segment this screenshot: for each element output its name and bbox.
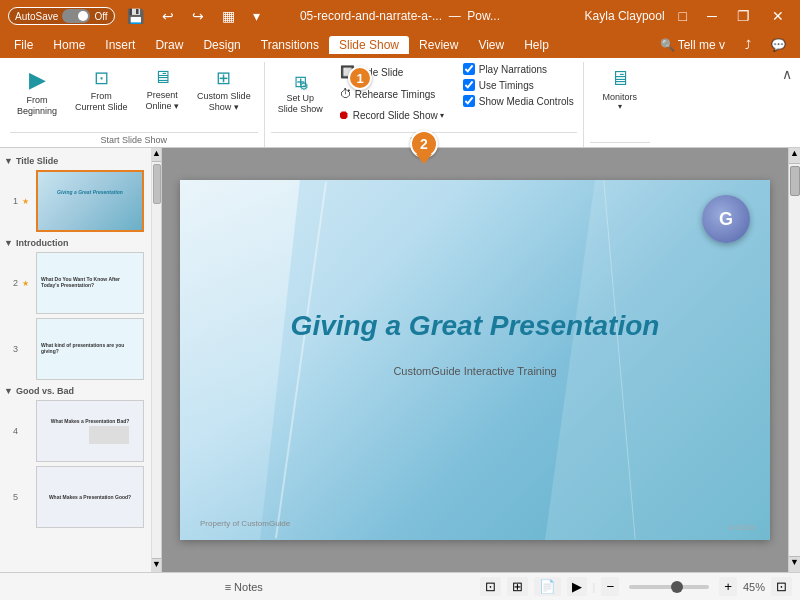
custom-slide-show-button[interactable]: ⊞ Custom SlideShow ▾ xyxy=(190,62,258,118)
panel-scrollbar[interactable]: ▲ ▼ xyxy=(151,148,161,572)
zoom-thumb xyxy=(671,581,683,593)
menu-view[interactable]: View xyxy=(468,36,514,54)
menu-bar: File Home Insert Draw Design Transitions… xyxy=(0,32,800,58)
use-timings-checkbox[interactable]: Use Timings xyxy=(460,78,577,92)
notes-label: Notes xyxy=(234,581,263,593)
present-online-button[interactable]: 🖥 PresentOnline ▾ xyxy=(139,62,187,117)
slide-thumbnail-4[interactable]: What Makes a Presentation Bad? xyxy=(36,400,144,462)
panel-scroll-thumb[interactable] xyxy=(153,164,161,204)
fit-slide-button[interactable]: ⊡ xyxy=(771,577,792,596)
section-label-2: Introduction xyxy=(16,238,69,248)
slide-item-4[interactable]: 4 ★ What Makes a Presentation Bad? xyxy=(2,398,149,464)
share-button[interactable]: ⤴ xyxy=(735,36,761,54)
show-media-controls-input[interactable] xyxy=(463,95,475,107)
menu-slideshow[interactable]: Slide Show xyxy=(329,36,409,54)
callout-2: 2 xyxy=(410,130,438,158)
setup-slide-show-label: Set UpSlide Show xyxy=(278,93,323,115)
redo-button[interactable]: ↪ xyxy=(186,6,210,26)
panel-scroll-down[interactable]: ▼ xyxy=(152,558,161,572)
show-media-controls-checkbox[interactable]: Show Media Controls xyxy=(460,94,577,108)
menu-search[interactable]: 🔍 Tell me v xyxy=(650,36,735,54)
slide-item-3[interactable]: 3 ★ What kind of presentations are you g… xyxy=(2,316,149,382)
monitors-arrow: ▾ xyxy=(618,102,622,111)
comments-button[interactable]: 💬 xyxy=(761,36,796,54)
star-icon-3: ★ xyxy=(22,345,32,354)
from-beginning-label: FromBeginning xyxy=(17,95,57,117)
scroll-down-button[interactable]: ▼ xyxy=(789,556,800,572)
present-online-label: PresentOnline ▾ xyxy=(146,90,180,112)
record-slide-show-button[interactable]: ⏺ Record Slide Show ▾ xyxy=(334,106,448,124)
close-button[interactable]: ✕ xyxy=(764,6,792,26)
play-narrations-label: Play Narrations xyxy=(479,64,547,75)
minimize-button[interactable]: ─ xyxy=(701,6,723,26)
play-icon: ▶ xyxy=(29,67,46,93)
main-scrollbar[interactable]: ▲ ▼ xyxy=(788,148,800,572)
play-from-icon: ⊡ xyxy=(94,67,109,89)
record-dropdown-arrow: ▾ xyxy=(440,111,444,120)
notes-button[interactable]: ≡ Notes xyxy=(219,579,269,595)
app-name: Pow... xyxy=(467,9,500,23)
autosave-toggle[interactable] xyxy=(62,9,90,23)
reading-view-button[interactable]: 📄 xyxy=(534,577,561,596)
slide-thumbnail-3[interactable]: What kind of presentations are you givin… xyxy=(36,318,144,380)
menu-file[interactable]: File xyxy=(4,36,43,54)
section-collapse-arrow-2: ▼ xyxy=(4,238,13,248)
zoom-out-button[interactable]: − xyxy=(601,577,619,596)
zoom-in-button[interactable]: + xyxy=(719,577,737,596)
use-timings-input[interactable] xyxy=(463,79,475,91)
menu-draw[interactable]: Draw xyxy=(145,36,193,54)
slide-item-5[interactable]: 5 ★ What Makes a Presentation Good? xyxy=(2,464,149,530)
customize-button[interactable]: ▾ xyxy=(247,6,266,26)
menu-insert[interactable]: Insert xyxy=(95,36,145,54)
section-good-vs-bad[interactable]: ▼ Good vs. Bad xyxy=(2,382,149,398)
ribbon-display-button[interactable]: □ xyxy=(673,6,693,26)
slide-thumbnail-5[interactable]: What Makes a Presentation Good? xyxy=(36,466,144,528)
slide-panel: ▼ Title Slide 1 ★ Giving a Great Present… xyxy=(0,148,162,572)
rehearse-timings-button[interactable]: ⏱ Rehearse Timings xyxy=(334,84,448,104)
section-title-slide[interactable]: ▼ Title Slide xyxy=(2,152,149,168)
slide-item-2[interactable]: 2 ★ What Do You Want To Know After Today… xyxy=(2,250,149,316)
ribbon: ▶ FromBeginning ⊡ FromCurrent Slide 🖥 Pr… xyxy=(0,58,800,148)
star-icon-2: ★ xyxy=(22,279,32,288)
monitors-button[interactable]: 🖥 Monitors ▾ xyxy=(590,62,650,116)
menu-help[interactable]: Help xyxy=(514,36,559,54)
scroll-thumb[interactable] xyxy=(790,166,800,196)
scroll-up-button[interactable]: ▲ xyxy=(789,148,800,164)
custom-slide-icon: ⊞ xyxy=(216,67,231,89)
from-current-label: FromCurrent Slide xyxy=(75,91,128,113)
slideshow-view-button[interactable]: ▶ xyxy=(567,577,587,596)
status-separator: | xyxy=(593,581,596,593)
slide-panel-inner: ▼ Title Slide 1 ★ Giving a Great Present… xyxy=(0,148,151,572)
slide-canvas[interactable]: G Giving a Great Presentation CustomGuid… xyxy=(180,180,770,540)
slide-item-1[interactable]: 1 ★ Giving a Great Presentation xyxy=(2,168,149,234)
menu-transitions[interactable]: Transitions xyxy=(251,36,329,54)
play-narrations-input[interactable] xyxy=(463,63,475,75)
zoom-slider[interactable] xyxy=(629,585,709,589)
undo-button[interactable]: ↩ xyxy=(156,6,180,26)
save-button[interactable]: 💾 xyxy=(121,6,150,26)
from-current-slide-button[interactable]: ⊡ FromCurrent Slide xyxy=(68,62,135,118)
section-introduction[interactable]: ▼ Introduction xyxy=(2,234,149,250)
panel-scroll-up[interactable]: ▲ xyxy=(152,148,161,162)
menu-design[interactable]: Design xyxy=(193,36,250,54)
menu-home[interactable]: Home xyxy=(43,36,95,54)
present-button[interactable]: ▦ xyxy=(216,6,241,26)
setup-slide-show-button[interactable]: ⊞⚙ Set UpSlide Show xyxy=(271,62,330,120)
notes-icon: ≡ xyxy=(225,581,231,593)
autosave-badge[interactable]: AutoSave Off xyxy=(8,7,115,25)
play-narrations-checkbox[interactable]: Play Narrations xyxy=(460,62,577,76)
restore-button[interactable]: ❐ xyxy=(731,6,756,26)
callout-1: 1 xyxy=(348,66,372,90)
slide-thumbnail-2[interactable]: What Do You Want To Know After Today's P… xyxy=(36,252,144,314)
ribbon-collapse-button[interactable]: ∧ xyxy=(782,66,792,82)
slide-sorter-button[interactable]: ⊞ xyxy=(507,577,528,596)
ribbon-group-start-slideshow: ▶ FromBeginning ⊡ FromCurrent Slide 🖥 Pr… xyxy=(4,62,265,147)
menu-review[interactable]: Review xyxy=(409,36,468,54)
setup-icon: ⊞⚙ xyxy=(294,67,307,93)
slide-thumbnail-1[interactable]: Giving a Great Presentation xyxy=(36,170,144,232)
from-beginning-button[interactable]: ▶ FromBeginning xyxy=(10,62,64,122)
panel-scroll-track xyxy=(152,162,161,558)
slide-main-area: G Giving a Great Presentation CustomGuid… xyxy=(162,148,788,572)
present-online-icon: 🖥 xyxy=(153,67,171,88)
normal-view-button[interactable]: ⊡ xyxy=(480,577,501,596)
